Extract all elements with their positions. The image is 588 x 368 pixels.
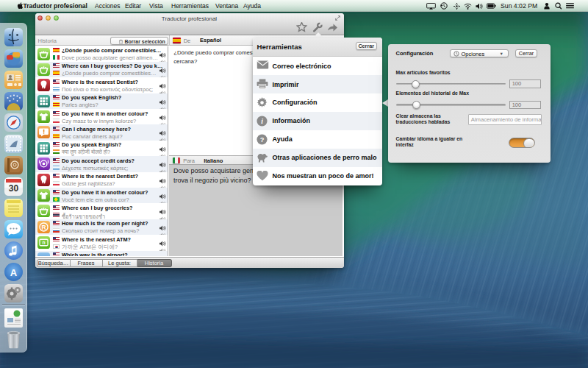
svg-text:?: ?	[260, 136, 265, 144]
svg-text:n: n	[42, 240, 45, 245]
svg-text:30: 30	[9, 183, 19, 194]
svg-text:i: i	[262, 118, 264, 126]
svg-text:A: A	[10, 266, 18, 277]
svg-text:R: R	[41, 223, 46, 230]
